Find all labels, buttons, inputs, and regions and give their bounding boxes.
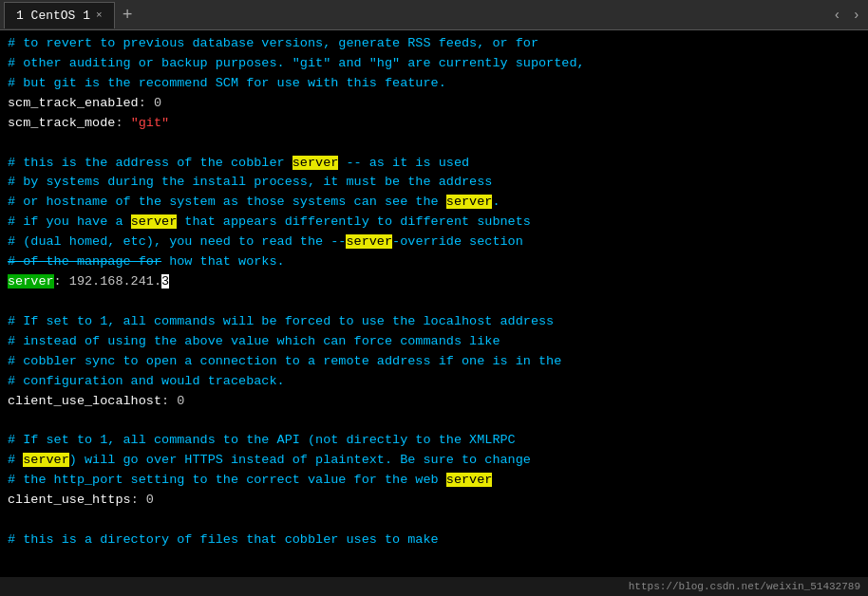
line-24: client_use_https: 0	[8, 491, 860, 511]
line-4: scm_track_enabled: 0	[8, 94, 860, 114]
line-7: # this is the address of the cobbler ser…	[8, 154, 860, 174]
editor[interactable]: # to revert to previous database version…	[0, 30, 868, 577]
tab-close[interactable]: ×	[96, 9, 103, 21]
line-13: server: 192.168.241.3	[8, 272, 860, 292]
tab-bar: 1 CentOS 1 × + ‹ ›	[0, 0, 868, 30]
line-12: # of the manpage for how that works.	[8, 252, 860, 272]
line-9: # or hostname of the system as those sys…	[8, 193, 860, 213]
line-25	[8, 511, 860, 531]
status-url: https://blog.csdn.net/weixin_51432789	[629, 581, 860, 592]
line-1: # to revert to previous database version…	[8, 34, 860, 54]
tab-title: 1 CentOS 1	[16, 9, 90, 23]
line-19: client_use_localhost: 0	[8, 392, 860, 412]
line-8: # by systems during the install process,…	[8, 173, 860, 193]
line-20	[8, 412, 860, 432]
line-17: # cobbler sync to open a connection to a…	[8, 352, 860, 372]
line-10: # if you have a server that appears diff…	[8, 213, 860, 233]
nav-arrows: ‹ ›	[829, 6, 864, 25]
nav-forward-arrow[interactable]: ›	[849, 6, 864, 25]
line-15: # If set to 1, all commands will be forc…	[8, 312, 860, 332]
nav-back-arrow[interactable]: ‹	[829, 6, 844, 25]
line-18: # configuration and would traceback.	[8, 372, 860, 392]
line-23: # the http_port setting to the correct v…	[8, 471, 860, 491]
line-3: # but git is the recommend SCM for use w…	[8, 74, 860, 94]
line-5: scm_track_mode: "git"	[8, 114, 860, 134]
line-2: # other auditing or backup purposes. "gi…	[8, 54, 860, 74]
tab-1[interactable]: 1 CentOS 1 ×	[4, 2, 115, 28]
line-26: # this is a directory of files that cobb…	[8, 531, 860, 550]
line-22: # server) will go over HTTPS instead of …	[8, 451, 860, 471]
line-21: # If set to 1, all commands to the API (…	[8, 431, 860, 451]
status-bar: https://blog.csdn.net/weixin_51432789	[0, 577, 868, 596]
line-16: # instead of using the above value which…	[8, 332, 860, 352]
line-14	[8, 292, 860, 312]
tab-add[interactable]: +	[115, 6, 141, 25]
line-6	[8, 134, 860, 154]
line-11: # (dual homed, etc), you need to read th…	[8, 233, 860, 252]
